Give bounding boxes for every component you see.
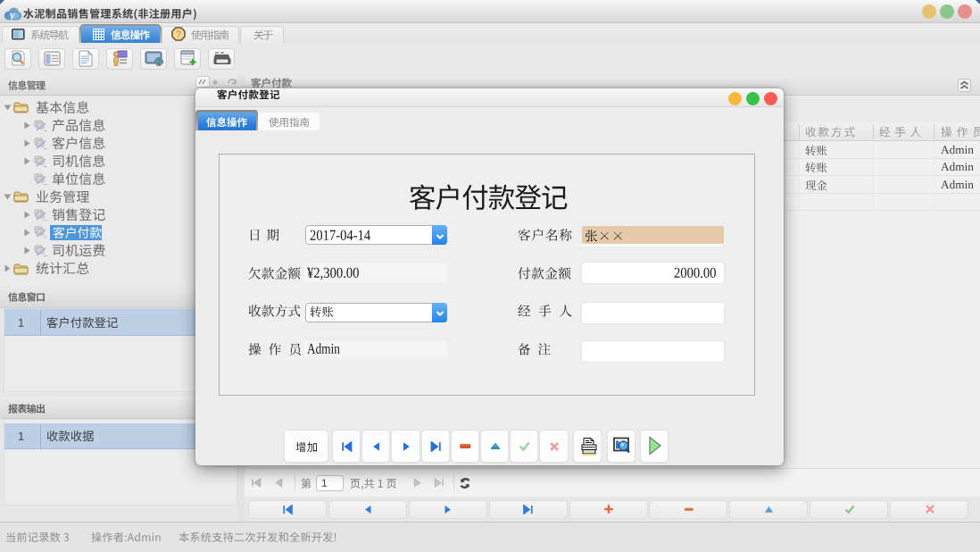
svg-text:?: ? (176, 29, 181, 39)
svg-text:y: y (8, 10, 15, 21)
